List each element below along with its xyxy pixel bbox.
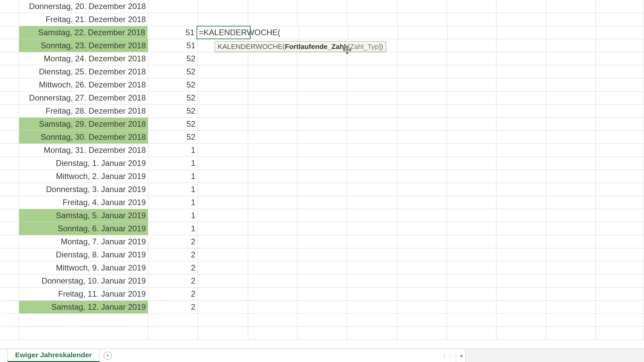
cell[interactable] <box>198 209 249 222</box>
cell[interactable] <box>596 39 644 52</box>
cell[interactable] <box>0 105 19 117</box>
cell[interactable] <box>248 0 298 13</box>
cell[interactable] <box>496 222 546 235</box>
cell[interactable] <box>496 275 546 287</box>
cell[interactable] <box>347 235 397 248</box>
cell[interactable] <box>347 288 397 300</box>
week-number-cell[interactable]: 1 <box>148 183 198 196</box>
cell[interactable] <box>198 235 249 248</box>
cell[interactable] <box>596 261 644 274</box>
cell[interactable] <box>546 118 596 130</box>
cell[interactable] <box>397 235 447 248</box>
cell[interactable] <box>298 170 347 183</box>
cell[interactable] <box>496 261 546 274</box>
cell[interactable] <box>298 105 347 117</box>
cell[interactable] <box>397 183 447 196</box>
cell[interactable] <box>496 327 546 340</box>
cell[interactable] <box>546 157 596 170</box>
cell[interactable] <box>397 288 447 300</box>
cell[interactable] <box>0 314 19 326</box>
cell[interactable] <box>347 209 397 222</box>
cell[interactable] <box>298 275 347 287</box>
cell[interactable] <box>347 314 397 326</box>
date-cell[interactable]: Mittwoch, 26. Dezember 2018 <box>19 78 148 91</box>
cell[interactable] <box>347 170 397 183</box>
cell[interactable] <box>347 183 397 196</box>
cell[interactable] <box>596 235 644 248</box>
cell[interactable] <box>298 131 347 143</box>
cell[interactable] <box>298 314 347 326</box>
cell[interactable] <box>496 170 546 183</box>
cell[interactable] <box>298 261 347 274</box>
cell[interactable] <box>397 52 447 65</box>
cell[interactable] <box>248 131 298 143</box>
cell[interactable] <box>447 196 497 209</box>
cell[interactable] <box>596 13 644 26</box>
cell[interactable] <box>496 131 546 143</box>
week-number-cell[interactable]: 1 <box>148 144 198 157</box>
cell[interactable] <box>397 105 447 117</box>
cell[interactable] <box>447 92 497 104</box>
cell[interactable] <box>298 183 347 196</box>
date-cell[interactable]: Samstag, 22. Dezember 2018 <box>19 26 148 39</box>
cell[interactable] <box>546 261 596 274</box>
cell[interactable] <box>298 157 347 170</box>
cell[interactable] <box>596 118 644 130</box>
cell[interactable] <box>397 327 447 340</box>
cell[interactable] <box>496 118 546 130</box>
cell[interactable] <box>546 222 596 235</box>
cell[interactable] <box>298 118 347 130</box>
cell[interactable] <box>0 209 19 222</box>
cell[interactable] <box>596 248 644 261</box>
cell[interactable] <box>496 78 546 91</box>
cell[interactable] <box>0 78 19 91</box>
cell[interactable] <box>496 301 546 313</box>
cell[interactable] <box>0 170 19 183</box>
date-cell[interactable]: Samstag, 5. Januar 2019 <box>19 209 148 222</box>
cell[interactable] <box>298 248 347 261</box>
date-cell[interactable]: Dienstag, 25. Dezember 2018 <box>19 65 148 78</box>
cell[interactable] <box>546 235 596 248</box>
cell[interactable] <box>0 275 19 287</box>
cell[interactable] <box>347 65 397 78</box>
function-tooltip[interactable]: KALENDERWOCHE( Fortlaufende_Zahl ; [Zahl… <box>215 41 386 52</box>
cell[interactable] <box>397 170 447 183</box>
cell[interactable] <box>447 13 497 26</box>
cell[interactable] <box>397 209 447 222</box>
week-number-cell[interactable]: 2 <box>148 301 198 313</box>
cell[interactable] <box>347 144 397 157</box>
cell[interactable] <box>496 105 546 117</box>
cell[interactable] <box>546 248 596 261</box>
cell[interactable] <box>298 327 347 340</box>
cell[interactable] <box>298 92 347 104</box>
week-number-cell[interactable]: 2 <box>148 248 198 261</box>
cell[interactable] <box>596 92 644 104</box>
cell[interactable] <box>198 52 249 65</box>
cell[interactable] <box>0 248 19 261</box>
cell[interactable] <box>198 196 249 209</box>
cell[interactable] <box>0 52 19 65</box>
cell[interactable] <box>546 52 596 65</box>
cell[interactable] <box>198 13 249 26</box>
cell[interactable] <box>447 78 497 91</box>
cell[interactable] <box>397 157 447 170</box>
cell[interactable] <box>397 92 447 104</box>
cell[interactable] <box>0 65 19 78</box>
cell[interactable] <box>397 314 447 326</box>
week-number-cell[interactable]: 2 <box>148 261 198 274</box>
cell[interactable] <box>347 118 397 130</box>
cell[interactable] <box>298 13 347 26</box>
cell[interactable] <box>198 314 249 326</box>
cell[interactable] <box>496 0 546 13</box>
week-number-cell[interactable]: 2 <box>148 275 198 287</box>
cell[interactable] <box>397 144 447 157</box>
cell[interactable] <box>447 157 497 170</box>
cell[interactable] <box>397 248 447 261</box>
cell[interactable] <box>0 118 19 130</box>
cell[interactable] <box>496 235 546 248</box>
cell[interactable] <box>596 288 644 300</box>
cell[interactable] <box>248 13 298 26</box>
cell[interactable] <box>546 196 596 209</box>
cell[interactable] <box>347 157 397 170</box>
cell[interactable] <box>447 288 497 300</box>
